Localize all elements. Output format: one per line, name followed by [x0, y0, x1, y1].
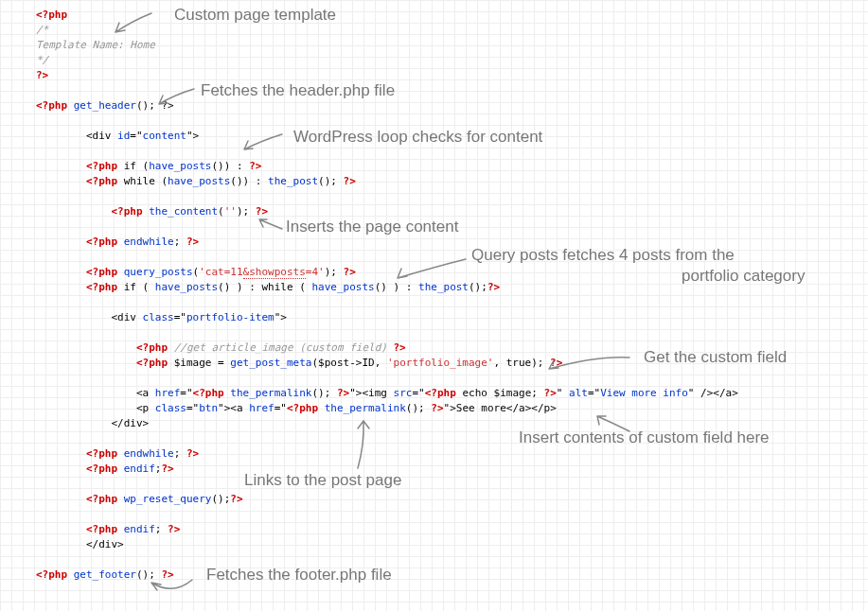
- annotation-customfield: Get the custom field: [644, 350, 787, 365]
- annotation-insert: Insert contents of custom field here: [519, 430, 770, 445]
- code-line: <?php while (have_posts()) : the_post();…: [36, 174, 868, 189]
- code-line: <div class="portfolio-item">: [36, 310, 868, 325]
- code-line: <?php endif;?>: [36, 462, 868, 477]
- arrow-icon: [256, 216, 289, 238]
- annotation-footer: Fetches the footer.php file: [206, 567, 392, 583]
- arrow-icon: [592, 414, 639, 438]
- arrow-icon: [388, 257, 473, 284]
- code-line: </div>: [36, 537, 868, 552]
- arrow-icon: [350, 416, 388, 473]
- code-line: <p class="btn"><a href="<?php the_permal…: [36, 401, 868, 416]
- code-line: ?>: [36, 68, 868, 83]
- arrow-icon: [151, 87, 199, 111]
- php-open-tag: <?php: [36, 9, 67, 21]
- arrow-icon: [104, 11, 161, 40]
- arrow-icon: [237, 132, 289, 156]
- code-line: <?php endwhile; ?>: [36, 235, 868, 250]
- annotation-query2: portfolio category: [682, 269, 805, 284]
- annotation-link: Links to the post page: [244, 473, 401, 488]
- code-line: Template Name: Home: [36, 38, 868, 53]
- arrow-icon: [540, 352, 639, 375]
- code-line: */: [36, 53, 868, 68]
- code-line: <?php if (have_posts()) : ?>: [36, 159, 868, 174]
- code-line: <?php wp_reset_query();?>: [36, 492, 868, 507]
- annotation-loop: WordPress loop checks for content: [293, 130, 542, 145]
- code-line: <a href="<?php the_permalink(); ?>"><img…: [36, 386, 868, 401]
- code-line: <?php endif; ?>: [36, 522, 868, 537]
- annotation-query: Query posts fetches 4 posts from the: [471, 248, 735, 263]
- annotation-header: Fetches the header.php file: [201, 83, 395, 98]
- annotation-content: Inserts the page content: [286, 219, 458, 235]
- code-line: <?php endwhile; ?>: [36, 446, 868, 462]
- php-close-tag: ?>: [36, 69, 48, 81]
- annotation-template: Custom page template: [174, 8, 336, 23]
- arrow-icon: [140, 575, 197, 603]
